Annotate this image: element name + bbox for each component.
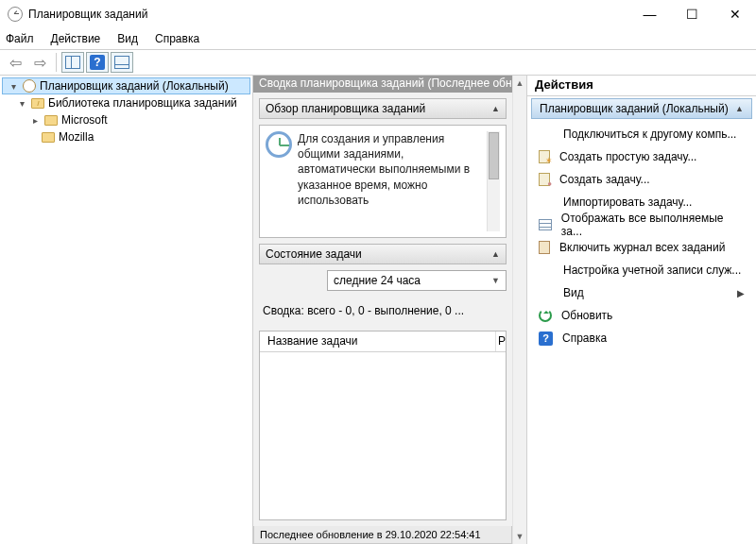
journal-icon (539, 241, 550, 254)
scroll-down-icon[interactable]: ▼ (513, 529, 526, 544)
panel-toggle-1[interactable] (61, 52, 84, 73)
action-account-config[interactable]: Настройка учетной записи служ... (531, 259, 752, 281)
center-scrollbar[interactable]: ▲ ▼ (512, 76, 526, 544)
titlebar: Планировщик заданий — ☐ ✕ (0, 0, 756, 28)
clock-icon (266, 131, 292, 158)
center-header: Сводка планировщика заданий (Последнее о… (253, 76, 512, 93)
menubar: Файл Действие Вид Справка (0, 28, 756, 49)
help-icon: ? (539, 332, 553, 346)
workspace: ▾ Планировщик заданий (Локальный) ▾ Библ… (0, 76, 756, 544)
overview-title: Обзор планировщика заданий (266, 102, 425, 115)
window-controls: — ☐ ✕ (628, 1, 756, 27)
tree-root-label: Планировщик заданий (Локальный) (40, 79, 229, 93)
actions-header: Действия (527, 76, 756, 96)
expand-icon[interactable]: ▾ (17, 98, 27, 109)
action-label: Импортировать задачу... (563, 196, 692, 209)
state-group-header[interactable]: Состояние задачи ▲ (259, 244, 507, 264)
tree-item-microsoft[interactable]: ▸ Microsoft (0, 111, 252, 128)
actions-group-header[interactable]: Планировщик заданий (Локальный) ▲ (531, 98, 752, 119)
col-result[interactable]: Р (496, 332, 506, 351)
expand-icon[interactable]: ▾ (9, 81, 19, 92)
action-label: Включить журнал всех заданий (559, 241, 725, 254)
action-create-task[interactable]: Создать задачу... (531, 168, 752, 191)
help-button[interactable]: ? (86, 52, 109, 73)
overview-text: Для создания и управления общими задания… (298, 131, 481, 231)
scroll-up-icon[interactable]: ▲ (513, 76, 526, 91)
folder-icon (31, 98, 44, 109)
state-title: Состояние задачи (266, 247, 362, 261)
action-display-running[interactable]: Отображать все выполняемые за... (531, 213, 752, 236)
back-button[interactable]: ⇦ (4, 52, 26, 73)
refresh-icon (539, 309, 552, 322)
action-connect[interactable]: Подключиться к другому компь... (531, 123, 752, 145)
tree-pane: ▾ Планировщик заданий (Локальный) ▾ Библ… (0, 76, 253, 544)
folder-icon (44, 115, 58, 126)
action-refresh[interactable]: Обновить (531, 304, 752, 327)
overview-box: Для создания и управления общими задания… (259, 125, 507, 238)
tree-item-mozilla[interactable]: Mozilla (0, 128, 252, 145)
action-create-basic-task[interactable]: Создать простую задачу... (531, 145, 752, 168)
tree-library[interactable]: ▾ Библиотека планировщика заданий (0, 94, 252, 111)
scheduler-icon (23, 79, 36, 93)
action-import-task[interactable]: Импортировать задачу... (531, 191, 752, 213)
action-label: Создать задачу... (559, 173, 650, 186)
app-icon (8, 7, 23, 22)
menu-file[interactable]: Файл (6, 32, 34, 45)
tree-item-label: Microsoft (61, 113, 108, 127)
new-task-icon (539, 173, 550, 186)
toolbar: ⇦ ⇨ ? (0, 49, 756, 76)
toolbar-separator (56, 53, 57, 72)
action-view[interactable]: Вид ▶ (531, 281, 752, 304)
overview-group-header[interactable]: Обзор планировщика заданий ▲ (259, 98, 507, 119)
menu-action[interactable]: Действие (51, 32, 101, 45)
tree-root[interactable]: ▾ Планировщик заданий (Локальный) (2, 77, 250, 94)
new-task-icon (539, 150, 550, 163)
state-box: следние 24 часа ▼ Сводка: всего - 0, 0 -… (259, 270, 507, 520)
action-label: Отображать все выполняемые за... (561, 212, 745, 238)
actions-list: Подключиться к другому компь... Создать … (527, 121, 756, 351)
summary-line: Сводка: всего - 0, 0 - выполнение, 0 ... (259, 297, 507, 325)
blank-icon (539, 127, 554, 142)
tree-item-label: Mozilla (59, 130, 94, 144)
action-label: Настройка учетной записи служ... (563, 264, 741, 277)
minimize-button[interactable]: — (628, 1, 671, 27)
actions-group-label: Планировщик заданий (Локальный) (540, 102, 729, 115)
blank-icon (539, 263, 554, 278)
col-name[interactable]: Название задачи (260, 332, 496, 351)
window-title: Планировщик заданий (28, 8, 147, 21)
task-table: Название задачи Р (259, 331, 507, 520)
action-enable-history[interactable]: Включить журнал всех заданий (531, 236, 752, 259)
center-pane: Сводка планировщика заданий (Последнее о… (253, 76, 527, 544)
blank-icon (539, 285, 554, 300)
action-label: Вид (563, 286, 728, 299)
blank-icon (539, 195, 554, 210)
period-combo[interactable]: следние 24 часа ▼ (327, 270, 507, 291)
action-help[interactable]: ? Справка (531, 327, 752, 349)
overview-scrollbar[interactable] (487, 131, 500, 231)
menu-help[interactable]: Справка (155, 32, 199, 45)
tree-library-label: Библиотека планировщика заданий (48, 96, 237, 110)
last-update-status: Последнее обновление в 29.10.2020 22:54:… (253, 526, 512, 544)
collapse-icon: ▲ (491, 104, 500, 113)
chevron-right-icon: ▶ (737, 288, 745, 298)
action-label: Создать простую задачу... (559, 150, 696, 163)
forward-button[interactable]: ⇨ (28, 52, 51, 73)
menu-view[interactable]: Вид (117, 32, 138, 45)
folder-icon (42, 132, 55, 143)
chevron-down-icon: ▼ (491, 276, 500, 285)
maximize-button[interactable]: ☐ (671, 1, 713, 27)
collapse-icon: ▲ (491, 249, 500, 259)
action-label: Справка (562, 332, 607, 345)
grid-icon (539, 219, 552, 230)
actions-pane: Действия Планировщик заданий (Локальный)… (527, 76, 756, 544)
combo-value: следние 24 часа (334, 274, 421, 287)
expand-icon[interactable]: ▸ (30, 115, 41, 126)
close-button[interactable]: ✕ (713, 1, 756, 27)
action-label: Подключиться к другому компь... (563, 128, 736, 141)
action-label: Обновить (561, 309, 612, 322)
table-header: Название задачи Р (260, 332, 506, 352)
collapse-icon: ▲ (735, 104, 744, 113)
panel-toggle-2[interactable] (111, 52, 133, 73)
